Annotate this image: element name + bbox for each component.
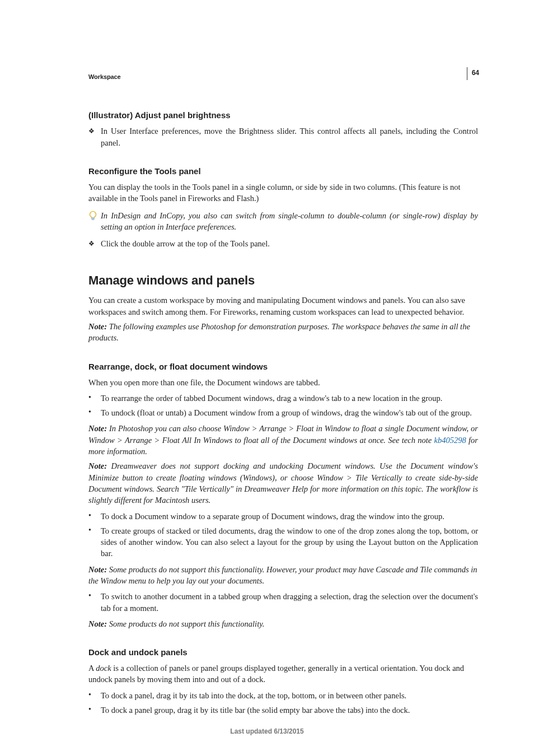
bullet-item: ❖ In User Interface preferences, move th… — [88, 125, 478, 148]
bullet-text: In User Interface preferences, move the … — [101, 125, 478, 148]
tip-block: In InDesign and InCopy, you also can swi… — [88, 210, 478, 233]
note-label: Note: — [88, 322, 109, 331]
heading-dock-undock-panels: Dock and undock panels — [88, 646, 478, 658]
list-item-text: To dock a Document window to a separate … — [101, 511, 478, 522]
note: Note: Some products do not support this … — [88, 564, 478, 587]
heading-manage-windows: Manage windows and panels — [88, 272, 478, 290]
running-header: Workspace — [88, 73, 478, 81]
list-item-text: To switch to another document in a tabbe… — [101, 591, 478, 614]
note: Note: Dreamweaver does not support docki… — [88, 460, 478, 506]
paragraph: A dock is a collection of panels or pane… — [88, 662, 478, 685]
note-text: In Photoshop you can also choose Window … — [88, 424, 478, 444]
list-item-text: To create groups of stacked or tiled doc… — [101, 525, 478, 559]
list-item: •To dock a Document window to a separate… — [88, 511, 478, 522]
paragraph: When you open more than one file, the Do… — [88, 377, 478, 388]
note-label: Note: — [88, 461, 111, 470]
heading-illustrator-brightness: (Illustrator) Adjust panel brightness — [88, 109, 478, 121]
bullet-text: Click the double arrow at the top of the… — [101, 238, 478, 249]
heading-rearrange-dock-float: Rearrange, dock, or float document windo… — [88, 361, 478, 372]
dot-bullet-icon: • — [88, 525, 101, 559]
list-item: •To dock a panel, drag it by its tab int… — [88, 690, 478, 701]
dot-bullet-icon: • — [88, 511, 101, 522]
tip-text: In InDesign and InCopy, you also can swi… — [101, 210, 478, 233]
dot-bullet-icon: • — [88, 591, 101, 614]
paragraph-text-cont: is a collection of panels or panel group… — [88, 664, 464, 684]
paragraph: You can display the tools in the Tools p… — [88, 181, 478, 204]
list-item: •To switch to another document in a tabb… — [88, 591, 478, 614]
list-item-text: To dock a panel group, drag it by its ti… — [101, 704, 478, 716]
page-number: 64 — [467, 67, 479, 80]
dot-bullet-icon: • — [88, 704, 101, 716]
dot-bullet-icon: • — [88, 690, 101, 701]
bullet-list: •To switch to another document in a tabb… — [88, 591, 478, 614]
diamond-bullet-icon: ❖ — [88, 125, 101, 148]
term: dock — [96, 664, 111, 673]
list-item-text: To dock a panel, drag it by its tab into… — [101, 690, 478, 701]
dot-bullet-icon: • — [88, 393, 101, 404]
paragraph-text: A — [88, 664, 96, 673]
bullet-list: •To dock a panel, drag it by its tab int… — [88, 690, 478, 716]
note-text: The following examples use Photoshop for… — [88, 322, 470, 342]
note-text: Dreamweaver does not support docking and… — [88, 461, 478, 505]
list-item: •To rearrange the order of tabbed Docume… — [88, 393, 478, 404]
note-label: Note: — [88, 619, 109, 628]
note-text: Some products do not support this functi… — [88, 565, 477, 585]
note-label: Note: — [88, 424, 109, 433]
bullet-list: •To rearrange the order of tabbed Docume… — [88, 393, 478, 419]
tech-note-link[interactable]: kb405298 — [434, 436, 466, 445]
diamond-bullet-icon: ❖ — [88, 238, 101, 249]
note-label: Note: — [88, 565, 109, 574]
page-footer: Last updated 6/13/2015 — [0, 727, 534, 736]
bullet-list: •To dock a Document window to a separate… — [88, 511, 478, 559]
list-item: •To dock a panel group, drag it by its t… — [88, 704, 478, 716]
note: Note: In Photoshop you can also choose W… — [88, 423, 478, 457]
list-item: •To undock (float or untab) a Document w… — [88, 407, 478, 418]
list-item-text: To undock (float or untab) a Document wi… — [101, 407, 478, 418]
bullet-item: ❖ Click the double arrow at the top of t… — [88, 238, 478, 249]
list-item: •To create groups of stacked or tiled do… — [88, 525, 478, 559]
svg-point-0 — [90, 211, 96, 217]
paragraph: You can create a custom workspace by mov… — [88, 295, 478, 318]
list-item-text: To rearrange the order of tabbed Documen… — [101, 393, 478, 404]
dot-bullet-icon: • — [88, 407, 101, 418]
note: Note: Some products do not support this … — [88, 618, 478, 629]
note-text: Some products do not support this functi… — [109, 619, 265, 628]
lightbulb-tip-icon — [88, 210, 101, 233]
heading-reconfigure-tools: Reconfigure the Tools panel — [88, 165, 478, 177]
note: Note: The following examples use Photosh… — [88, 321, 478, 344]
document-page: 64 Workspace (Illustrator) Adjust panel … — [0, 0, 534, 756]
